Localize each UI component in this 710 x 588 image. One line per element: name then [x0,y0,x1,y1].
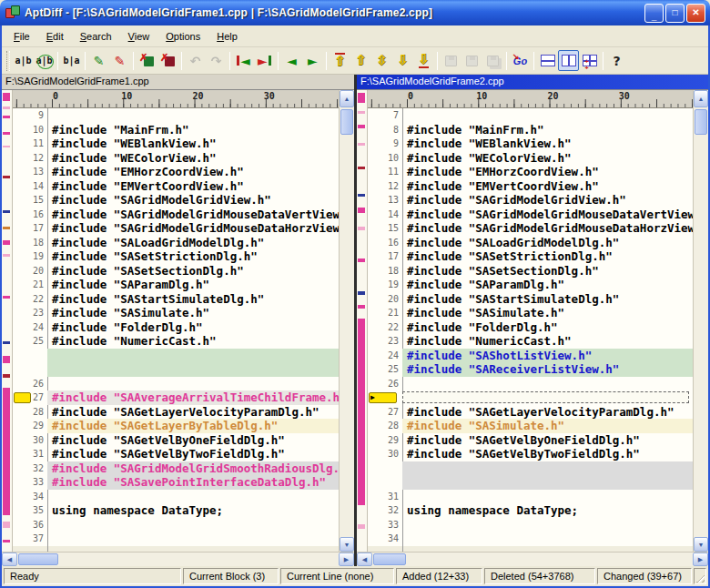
left-horizontal-scroll-thumb[interactable] [18,553,58,565]
code-line[interactable]: 20#include "SAStartSimulateDlg.h" [368,292,693,307]
code-line[interactable]: 26 [13,377,339,391]
code-line[interactable]: 32using namespace DataType; [368,503,693,518]
last-difference-button[interactable]: ⇩ [413,50,434,71]
code-line[interactable]: 26 [368,377,693,391]
toolbar-grip[interactable] [6,51,10,71]
menu-search[interactable]: Search [72,28,120,45]
code-line[interactable]: 11#include "WEBlankView.h" [13,137,339,151]
code-line[interactable]: 30#include "SAGetVelByTwoFieldDlg.h" [368,447,693,461]
code-line[interactable]: 29#include "SAGetVelByOneFieldDlg.h" [368,433,693,448]
left-diff-map[interactable] [2,90,13,552]
code-line[interactable]: 10#include "WEColorView.h" [368,151,693,166]
code-line[interactable]: 11#include "EMHorzCoordView.h" [368,165,693,179]
right-diff-map[interactable] [357,90,368,552]
layout-vertical-button[interactable] [558,50,579,71]
menu-file[interactable]: File [5,28,38,45]
code-line[interactable]: 12#include "WEColorView.h" [13,151,339,166]
left-code-area[interactable]: 910#include "MainFrm.h"11#include "WEBla… [13,108,339,552]
code-line[interactable]: 35using namespace DataType; [13,503,339,518]
left-vertical-scroll-thumb[interactable] [340,109,353,135]
code-line[interactable]: 33 [368,518,693,532]
title-bar[interactable]: AptDiff - [F:\SAGridModelGridFrame1.cpp … [0,0,710,25]
code-line[interactable]: 13#include "SAGridModelGridView.h" [368,193,693,208]
code-line[interactable]: 20#include "SASetSectionDlg.h" [13,264,339,279]
right-scroll-up-button[interactable]: ▲ [694,90,708,107]
next-block-button[interactable]: ► [302,50,323,71]
layout-split-button[interactable] [579,50,600,71]
left-horizontal-scrollbar[interactable]: ◀ ▶ [2,552,354,566]
code-line[interactable]: 37 [13,532,339,546]
first-difference-button[interactable]: ⇧ [330,50,350,71]
right-vertical-scroll-thumb[interactable] [695,109,707,135]
discard-right-edits-button[interactable]: ✗ [157,50,178,71]
code-line[interactable]: 14#include "EMVertCoordView.h" [13,179,339,194]
code-line[interactable]: 9 [13,108,339,123]
code-line[interactable]: 18#include "SALoadGridModelDlg.h" [13,236,339,250]
code-line[interactable]: 30#include "SAGetVelByOneFieldDlg.h" [13,433,339,448]
right-horizontal-scrollbar[interactable]: ◀ ▶ [357,552,708,566]
code-line[interactable]: 12#include "EMVertCoordView.h" [368,179,693,194]
help-about-button[interactable]: ? [606,50,627,71]
code-line[interactable]: 7 [368,108,693,123]
right-scroll-left-button[interactable]: ◀ [357,553,372,566]
right-code-area[interactable]: 78#include "MainFrm.h"9#include "WEBlank… [368,108,693,552]
previous-difference-button[interactable]: ⇧ [350,50,371,71]
code-line[interactable]: 17#include "SASetStrictionDlg.h" [368,249,693,264]
left-scroll-left-button[interactable]: ◀ [2,553,17,566]
code-line[interactable]: 24#include "FolderDlg.h" [13,320,339,335]
left-scroll-down-button[interactable]: ▼ [340,537,354,552]
current-difference-button[interactable]: ⇳ [371,50,392,71]
code-line[interactable]: 10#include "MainFrm.h" [13,123,339,137]
left-scroll-up-button[interactable]: ▲ [340,90,354,107]
code-line[interactable]: 19#include "SASetStrictionDlg.h" [13,249,339,264]
previous-block-button[interactable]: ◄ [281,50,302,71]
right-horizontal-scroll-thumb[interactable] [373,553,406,565]
right-vertical-scrollbar[interactable]: ▲ ▼ [693,90,708,552]
code-line[interactable]: 29#include "SAGetLayerByTableDlg.h" [13,419,339,433]
code-line[interactable]: 18#include "SASetSectionDlg.h" [368,264,693,279]
code-line[interactable]: 16#include "SAGridModelGridMouseDataVert… [13,208,339,222]
code-line[interactable]: 13#include "EMHorzCoordView.h" [13,165,339,179]
next-difference-button[interactable]: ⇩ [392,50,413,71]
edit-left-file-button[interactable]: ✎ [88,50,109,71]
maximize-button[interactable]: □ [665,4,685,23]
code-line[interactable]: 25#include "SAReceiverListView.h" [368,362,693,377]
refresh-comparison-button[interactable]: a|b [34,50,55,71]
code-line[interactable]: 23#include "NumericCast.h" [368,334,693,349]
left-scroll-right-button[interactable]: ▶ [339,553,354,566]
menu-view[interactable]: View [120,28,158,45]
code-line[interactable]: 8#include "MainFrm.h" [368,123,693,137]
code-line[interactable]: 23#include "SASimulate.h" [13,306,339,320]
code-line[interactable]: 19#include "SAParamDlg.h" [368,278,693,292]
code-line[interactable]: 17#include "SAGridModelGridMouseDataHorz… [13,221,339,236]
copy-block-to-right-button[interactable]: ► [254,50,275,71]
code-line[interactable]: 21#include "SASimulate.h" [368,306,693,320]
swap-files-button[interactable]: b|a [61,50,82,71]
right-scroll-down-button[interactable]: ▼ [694,537,708,552]
code-line[interactable]: 28#include "SASimulate.h" [368,419,693,433]
left-vertical-scrollbar[interactable]: ▲ ▼ [339,90,354,552]
code-line[interactable]: 28#include "SAGetLayerVelocityParamDlg.h… [13,405,339,420]
code-line[interactable]: 15#include "SAGridModelGridMouseDataHorz… [368,221,693,236]
code-line[interactable]: 32#include "SAGridModelGridSmoothRadious… [13,461,339,476]
minimize-button[interactable]: _ [644,4,664,23]
code-line[interactable]: 34 [368,532,693,546]
code-line[interactable]: 27#include "SAAverageArrivalTimeChildFra… [13,390,339,405]
menu-edit[interactable]: Edit [38,28,72,45]
code-line[interactable]: 31#include "SAGetVelByTwoFieldDlg.h" [13,447,339,461]
code-line[interactable]: 25#include "NumericCast.h" [13,334,339,349]
close-button[interactable]: ✕ [686,4,705,23]
code-line[interactable]: 34 [13,490,339,504]
code-line[interactable]: 16#include "SALoadGridModelDlg.h" [368,236,693,250]
code-line[interactable]: 22#include "FolderDlg.h" [368,320,693,335]
right-scroll-right-button[interactable]: ▶ [693,553,708,566]
code-line[interactable]: 24#include "SAShotListView.h" [368,349,693,363]
code-line[interactable]: 27#include "SAGetLayerVelocityParamDlg.h… [368,405,693,420]
goto-line-button[interactable]: ↘Go [510,50,531,71]
menu-help[interactable]: Help [208,28,246,45]
menu-options[interactable]: Options [157,28,208,45]
code-line[interactable]: 21#include "SAParamDlg.h" [13,278,339,292]
edit-right-file-button[interactable]: ✎ [109,50,130,71]
copy-block-to-left-button[interactable]: ◄ [233,50,254,71]
code-line[interactable]: 14#include "SAGridModelGridMouseDataVert… [368,208,693,222]
